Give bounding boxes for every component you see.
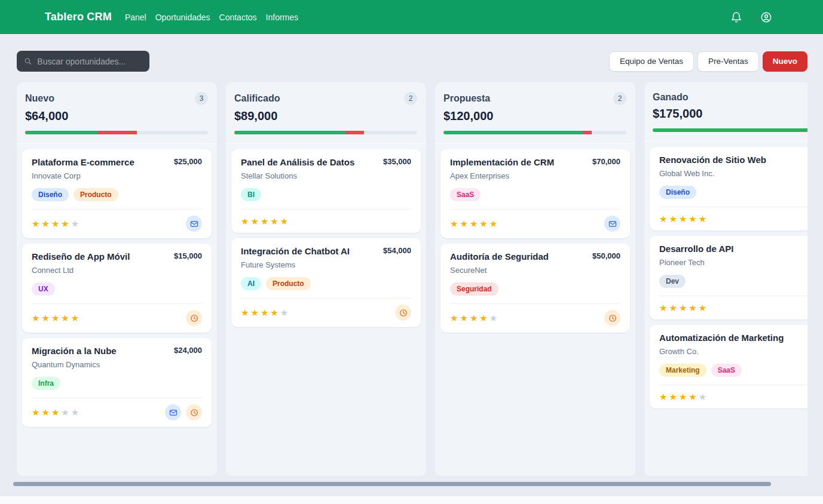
card-company: Quantum Dynamics xyxy=(32,360,202,369)
card-action-icons xyxy=(165,404,202,420)
progress-green-segment xyxy=(443,131,583,134)
mail-icon[interactable] xyxy=(165,404,181,420)
star-empty-icon: ★ xyxy=(489,313,499,323)
star-filled-icon: ★ xyxy=(659,392,669,402)
star-filled-icon: ★ xyxy=(479,219,489,229)
card-tags: DiseñoProducto xyxy=(32,188,202,201)
opportunity-card[interactable]: Automatización de Marketing$Growth Co.Ma… xyxy=(650,325,807,408)
opportunity-card[interactable]: Plataforma E-commerce$25,000Innovate Cor… xyxy=(22,149,212,238)
clock-icon[interactable] xyxy=(395,305,411,321)
horizontal-scrollbar-thumb[interactable] xyxy=(13,482,771,486)
card-company: Pioneer Tech xyxy=(659,258,807,267)
card-company: Future Systems xyxy=(241,260,411,269)
mail-icon[interactable] xyxy=(186,216,202,232)
column-cards: Implementación de CRM$70,000Apex Enterpr… xyxy=(435,144,635,338)
card-top-row: Automatización de Marketing$ xyxy=(659,333,807,343)
star-filled-icon: ★ xyxy=(41,219,51,229)
star-empty-icon: ★ xyxy=(699,392,708,402)
star-empty-icon: ★ xyxy=(71,219,81,229)
card-top-row: Panel de Análisis de Datos$35,000 xyxy=(241,157,411,167)
star-filled-icon: ★ xyxy=(460,219,469,229)
star-empty-icon: ★ xyxy=(280,308,290,318)
progress-green-segment xyxy=(653,128,807,132)
opportunity-card[interactable]: Implementación de CRM$70,000Apex Enterpr… xyxy=(440,149,630,238)
card-footer: ★★★★★ xyxy=(32,398,202,420)
card-footer: ★★★★★ xyxy=(241,298,411,321)
card-price: $25,000 xyxy=(174,157,202,167)
progress-red-segment xyxy=(98,131,136,134)
card-company: SecureNet xyxy=(450,266,620,275)
column-progress-bar xyxy=(443,131,626,134)
mail-icon[interactable] xyxy=(604,216,620,232)
opportunity-card[interactable]: Desarrollo de API$Pioneer TechDev★★★★★ xyxy=(650,236,807,319)
card-company: Global Web Inc. xyxy=(659,169,807,178)
nav-link-contactos[interactable]: Contactos xyxy=(219,13,257,22)
search-input[interactable] xyxy=(37,57,142,66)
tag-seguridad: Seguridad xyxy=(450,282,498,296)
card-company: Connect Ltd xyxy=(32,266,202,275)
star-filled-icon: ★ xyxy=(32,407,41,417)
star-filled-icon: ★ xyxy=(71,313,81,323)
bell-icon[interactable] xyxy=(730,11,742,23)
opportunity-card[interactable]: Integración de Chatbot AI$54,000Future S… xyxy=(231,238,421,327)
new-button[interactable]: Nuevo xyxy=(763,51,807,72)
tag-producto: Producto xyxy=(74,188,118,201)
card-title: Plataforma E-commerce xyxy=(32,157,134,167)
progress-green-segment xyxy=(25,131,98,134)
card-company: Innovate Corp xyxy=(32,171,202,180)
card-title: Migración a la Nube xyxy=(32,346,117,356)
nav-link-informes[interactable]: Informes xyxy=(266,13,298,22)
tag-dev: Dev xyxy=(659,275,686,288)
star-filled-icon: ★ xyxy=(479,313,489,323)
star-filled-icon: ★ xyxy=(669,303,678,313)
clock-icon[interactable] xyxy=(604,310,620,326)
star-filled-icon: ★ xyxy=(41,407,51,417)
opportunity-card[interactable]: Auditoría de Seguridad$50,000SecureNetSe… xyxy=(440,244,630,333)
column-title-row: Propuesta2 xyxy=(443,92,626,105)
star-filled-icon: ★ xyxy=(460,313,469,323)
opportunity-card[interactable]: Renovación de Sitio Web$Global Web Inc.D… xyxy=(650,147,807,231)
tag-saas: SaaS xyxy=(450,188,481,201)
opportunity-card[interactable]: Panel de Análisis de Datos$35,000Stellar… xyxy=(231,149,421,233)
card-tags: MarketingSaaS xyxy=(659,364,807,377)
card-price: $54,000 xyxy=(383,246,411,256)
tag-saas: SaaS xyxy=(711,364,742,377)
card-title: Renovación de Sitio Web xyxy=(659,155,766,165)
card-company: Stellar Solutions xyxy=(241,171,411,180)
star-filled-icon: ★ xyxy=(261,308,270,318)
card-top-row: Auditoría de Seguridad$50,000 xyxy=(450,251,620,262)
nav-link-oportunidades[interactable]: Oportunidades xyxy=(155,13,210,22)
column-title-row: Nuevo3 xyxy=(25,92,208,105)
clock-icon[interactable] xyxy=(186,310,202,326)
card-footer: ★★★★★ xyxy=(659,296,807,313)
kanban-column-propuesta: Propuesta2$120,000Implementación de CRM$… xyxy=(435,82,635,476)
column-progress-bar xyxy=(234,131,417,134)
card-price: $24,000 xyxy=(174,346,202,356)
star-filled-icon: ★ xyxy=(280,216,290,226)
kanban-column-calificado: Calificado2$89,000Panel de Análisis de D… xyxy=(226,82,426,476)
kanban-column-ganado: Ganado$175,000Renovación de Sitio Web$Gl… xyxy=(644,82,807,476)
clock-icon[interactable] xyxy=(186,404,202,420)
card-action-icons xyxy=(186,216,202,232)
filter-button-equipo-de-ventas[interactable]: Equipo de Ventas xyxy=(609,51,694,72)
card-action-icons xyxy=(395,305,411,321)
card-tags: BI xyxy=(241,188,411,201)
star-rating: ★★★★★ xyxy=(32,408,81,417)
user-icon[interactable] xyxy=(760,11,772,23)
column-progress-bar xyxy=(25,131,208,134)
opportunity-card[interactable]: Migración a la Nube$24,000Quantum Dynami… xyxy=(22,338,212,427)
tag-diseno: Diseño xyxy=(32,188,69,201)
star-filled-icon: ★ xyxy=(689,303,698,313)
card-footer: ★★★★★ xyxy=(32,303,202,326)
column-title: Calificado xyxy=(234,93,280,104)
card-price: $15,000 xyxy=(174,251,202,262)
star-filled-icon: ★ xyxy=(450,219,460,229)
opportunity-card[interactable]: Rediseño de App Móvil$15,000Connect LtdU… xyxy=(22,244,212,333)
card-footer: ★★★★★ xyxy=(450,303,620,326)
nav-link-panel[interactable]: Panel xyxy=(125,13,146,22)
column-cards: Plataforma E-commerce$25,000Innovate Cor… xyxy=(17,144,217,432)
star-filled-icon: ★ xyxy=(689,214,698,224)
column-cards: Renovación de Sitio Web$Global Web Inc.D… xyxy=(644,142,807,414)
filter-button-pre-ventas[interactable]: Pre-Ventas xyxy=(697,51,759,72)
star-filled-icon: ★ xyxy=(270,308,280,318)
